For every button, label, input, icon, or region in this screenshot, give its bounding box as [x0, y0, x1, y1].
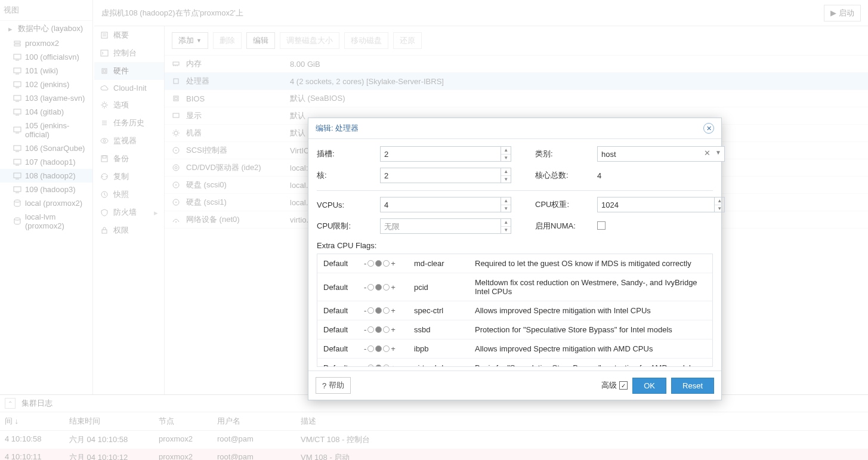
nav-权限[interactable]: 权限 — [94, 221, 164, 239]
nav-任务历史[interactable]: 任务历史 — [94, 114, 164, 132]
chevron-down-icon[interactable]: ▼ — [715, 149, 721, 156]
hw-key: 网络设备 (net0) — [186, 214, 240, 225]
nav-选项[interactable]: 选项 — [94, 96, 164, 114]
hardware-row[interactable]: 内存8.00 GiB — [165, 55, 868, 73]
edit-button[interactable]: 编辑 — [246, 32, 275, 49]
tree-label: 103 (layame-svn) — [25, 94, 85, 103]
nav-概要[interactable]: 概要 — [94, 26, 164, 44]
nav-防火墙[interactable]: 防火墙▸ — [94, 203, 164, 221]
flag-name: spec-ctrl — [414, 306, 468, 315]
tree-node[interactable]: 107 (hadoop1) — [0, 155, 92, 169]
svg-rect-24 — [101, 32, 107, 38]
col-user[interactable]: 用户名 — [212, 412, 296, 430]
disk-icon — [172, 198, 180, 206]
cpu-limit-spinner[interactable]: ▲▼ — [501, 218, 511, 234]
nav-Cloud-Init[interactable]: Cloud-Init — [94, 80, 164, 96]
numa-checkbox[interactable] — [597, 221, 606, 230]
tree-node[interactable]: 102 (jenkins) — [0, 78, 92, 91]
nav-label: 备份 — [113, 153, 129, 164]
log-columns: 间 ↓ 结束时间 节点 用户名 描述 — [0, 412, 868, 431]
tree-node[interactable]: 105 (jenkins-official) — [0, 119, 92, 141]
add-button[interactable]: 添加▼ — [172, 32, 208, 49]
storage-icon — [13, 199, 21, 208]
sockets-label: 插槽: — [317, 149, 380, 159]
vcpus-input[interactable] — [380, 197, 501, 212]
flag-name: virt-ssbd — [414, 363, 468, 367]
nav-监视器[interactable]: 监视器 — [94, 132, 164, 150]
tree-node[interactable]: 103 (layame-svn) — [0, 91, 92, 105]
move-disk-button[interactable]: 移动磁盘 — [344, 32, 388, 49]
flag-default: Default — [323, 283, 357, 292]
flag-tristate[interactable]: - + — [364, 306, 407, 315]
svg-point-22 — [14, 200, 20, 202]
sockets-spinner[interactable]: ▲▼ — [501, 146, 511, 162]
flag-tristate[interactable]: - + — [364, 259, 407, 268]
advanced-checkbox[interactable]: ✓ — [619, 381, 628, 390]
flag-tristate[interactable]: - + — [364, 363, 407, 367]
save-icon — [100, 155, 109, 163]
cpu-limit-input[interactable] — [380, 218, 501, 234]
log-row[interactable]: 4 10:10:11六月 04 10:10:12proxmox2root@pam… — [0, 449, 868, 460]
log-title: 集群日志 — [21, 398, 52, 409]
svg-rect-27 — [101, 50, 108, 56]
terminal-icon — [100, 49, 109, 57]
cpu-flags-list[interactable]: Default- +md-clearRequired to let the gu… — [317, 254, 713, 367]
hardware-row[interactable]: 处理器4 (2 sockets, 2 cores) [Skylake-Serve… — [165, 73, 868, 90]
tree-label: local-lvm (proxmox2) — [25, 212, 89, 230]
cpu-weight-spinner[interactable]: ▲▼ — [715, 197, 725, 212]
advanced-toggle[interactable]: 高级 ✓ — [601, 380, 628, 391]
revert-button[interactable]: 还原 — [393, 32, 422, 49]
nav-硬件[interactable]: 硬件 — [94, 62, 164, 80]
hardware-row[interactable]: BIOS默认 (SeaBIOS) — [165, 90, 868, 107]
col-node[interactable]: 节点 — [154, 412, 212, 430]
log-row[interactable]: 4 10:10:58六月 04 10:10:58proxmox2root@pam… — [0, 431, 868, 449]
reset-button[interactable]: Reset — [671, 378, 714, 394]
flag-tristate[interactable]: - + — [364, 344, 407, 353]
tree-node[interactable]: 100 (officialsvn) — [0, 50, 92, 64]
cd-icon — [172, 163, 180, 172]
tree-node[interactable]: proxmox2 — [0, 36, 92, 50]
cluster-log-panel: ⌃ 集群日志 间 ↓ 结束时间 节点 用户名 描述 4 10:10:58六月 0… — [0, 394, 868, 460]
close-icon[interactable]: ✕ — [703, 123, 714, 134]
col-desc[interactable]: 描述 — [296, 412, 868, 430]
nav-控制台[interactable]: 控制台 — [94, 44, 164, 62]
col-end[interactable]: 结束时间 — [64, 412, 154, 430]
nav-label: Cloud-Init — [113, 84, 147, 92]
net-icon — [172, 215, 180, 224]
tree-node[interactable]: 108 (hadoop2) — [0, 169, 92, 183]
resize-disk-button[interactable]: 调整磁盘大小 — [280, 32, 339, 49]
svg-rect-29 — [103, 70, 106, 72]
nav-备份[interactable]: 备份 — [94, 150, 164, 168]
flag-tristate[interactable]: - + — [364, 283, 407, 292]
flag-tristate[interactable]: - + — [364, 325, 407, 334]
disk-icon — [172, 146, 180, 155]
tree-node[interactable]: local-lvm (proxmox2) — [0, 210, 92, 233]
tree-datacenter[interactable]: ▸ 数据中心 (layabox) — [0, 21, 92, 36]
start-button[interactable]: ▶ 启动 — [824, 5, 861, 21]
tree-node[interactable]: 101 (wiki) — [0, 64, 92, 78]
cores-spinner[interactable]: ▲▼ — [501, 168, 511, 183]
tree-node[interactable]: local (proxmox2) — [0, 196, 92, 210]
clear-icon[interactable]: ✕ — [704, 149, 711, 158]
tree-label: 101 (wiki) — [25, 66, 58, 75]
svg-rect-14 — [14, 146, 21, 150]
collapse-icon[interactable]: ⌃ — [5, 398, 16, 409]
nav-复制[interactable]: 复制 — [94, 168, 164, 186]
tree-node[interactable]: 109 (hadoop3) — [0, 183, 92, 196]
sockets-input[interactable] — [380, 146, 501, 162]
col-start[interactable]: 间 ↓ — [0, 412, 64, 430]
vm-icon — [13, 67, 21, 75]
cpu-weight-input[interactable] — [597, 197, 715, 212]
gear-icon — [100, 101, 109, 109]
nav-快照[interactable]: 快照 — [94, 186, 164, 203]
svg-rect-18 — [14, 173, 21, 178]
svg-rect-8 — [14, 95, 21, 100]
tree-node[interactable]: 106 (SonarQube) — [0, 141, 92, 155]
help-button[interactable]: ? 帮助 — [316, 377, 351, 394]
remove-button[interactable]: 删除 — [213, 32, 242, 49]
ok-button[interactable]: OK — [632, 378, 666, 394]
vcpus-spinner[interactable]: ▲▼ — [501, 197, 511, 212]
chevron-right-icon: ▸ — [154, 208, 158, 217]
tree-node[interactable]: 104 (gitlab) — [0, 105, 92, 119]
cores-input[interactable] — [380, 168, 501, 183]
